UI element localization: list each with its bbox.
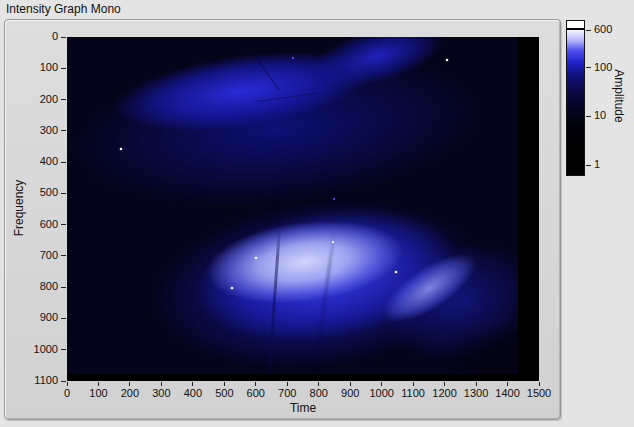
x-tick-mark bbox=[413, 382, 414, 386]
y-tick-label: 100 bbox=[8, 61, 58, 73]
x-tick-mark bbox=[539, 382, 540, 386]
graph-title: Intensity Graph Mono bbox=[6, 2, 121, 16]
x-tick-label: 900 bbox=[341, 387, 359, 399]
y-tick-label: 200 bbox=[8, 93, 58, 105]
x-tick-mark bbox=[67, 382, 68, 386]
x-tick-mark bbox=[255, 382, 256, 386]
color-ramp-over-range bbox=[567, 21, 584, 28]
y-tick-mark bbox=[61, 37, 66, 38]
y-tick-mark bbox=[61, 349, 66, 350]
bright-pixel bbox=[255, 257, 257, 259]
x-tick-mark bbox=[318, 382, 319, 386]
color-ramp[interactable] bbox=[566, 20, 585, 176]
y-tick-label: 1100 bbox=[8, 374, 58, 386]
colorbar-tick-mark bbox=[586, 30, 591, 31]
y-tick-mark bbox=[61, 287, 66, 288]
y-tick-label: 900 bbox=[8, 311, 58, 323]
bright-pixel bbox=[231, 287, 233, 289]
x-tick-label: 500 bbox=[215, 387, 233, 399]
x-axis[interactable]: 0100200300400500600700800900100011001200… bbox=[67, 381, 539, 401]
x-tick-mark bbox=[476, 382, 477, 386]
intensity-graph-window: Intensity Graph Mono 0100200300400500600… bbox=[0, 0, 634, 427]
colorbar-tick-mark bbox=[586, 165, 591, 166]
x-tick-label: 600 bbox=[247, 387, 265, 399]
y-tick-mark bbox=[61, 318, 66, 319]
bright-pixel bbox=[120, 148, 122, 150]
color-ramp-axis[interactable]: 600100101 bbox=[586, 0, 634, 200]
x-tick-label: 1200 bbox=[432, 387, 456, 399]
x-tick-mark bbox=[444, 382, 445, 386]
y-tick-mark bbox=[61, 193, 66, 194]
y-axis[interactable]: 010020030040050060070080090010001100 bbox=[0, 37, 67, 381]
color-ramp-gradient bbox=[567, 30, 584, 175]
x-axis-label: Time bbox=[67, 401, 539, 415]
colorbar-tick-label: 1 bbox=[594, 158, 600, 170]
x-tick-mark bbox=[161, 382, 162, 386]
x-tick-mark bbox=[98, 382, 99, 386]
colorbar-tick-label: 600 bbox=[594, 23, 612, 35]
x-tick-mark bbox=[350, 382, 351, 386]
bright-pixel bbox=[292, 57, 294, 59]
x-tick-mark bbox=[287, 382, 288, 386]
x-tick-label: 800 bbox=[310, 387, 328, 399]
y-tick-mark bbox=[61, 162, 66, 163]
y-tick-mark bbox=[61, 224, 66, 225]
y-tick-mark bbox=[61, 99, 66, 100]
x-tick-label: 100 bbox=[89, 387, 107, 399]
x-tick-label: 700 bbox=[278, 387, 296, 399]
y-tick-label: 800 bbox=[8, 280, 58, 292]
x-tick-label: 400 bbox=[184, 387, 202, 399]
x-tick-label: 1400 bbox=[495, 387, 519, 399]
colorbar-tick-label: 100 bbox=[594, 61, 612, 73]
x-tick-label: 200 bbox=[121, 387, 139, 399]
y-tick-label: 1000 bbox=[8, 343, 58, 355]
x-tick-label: 1100 bbox=[401, 387, 425, 399]
y-tick-mark bbox=[61, 381, 66, 382]
y-tick-label: 400 bbox=[8, 155, 58, 167]
x-tick-label: 0 bbox=[64, 387, 70, 399]
x-tick-mark bbox=[381, 382, 382, 386]
x-tick-label: 300 bbox=[152, 387, 170, 399]
bright-pixel bbox=[446, 59, 448, 61]
y-tick-label: 0 bbox=[8, 30, 58, 42]
intensity-plot[interactable] bbox=[67, 37, 539, 381]
y-axis-label: Frequency bbox=[12, 180, 26, 237]
x-tick-mark bbox=[507, 382, 508, 386]
bright-pixel bbox=[333, 198, 335, 200]
x-tick-label: 1500 bbox=[527, 387, 551, 399]
x-tick-label: 1300 bbox=[464, 387, 488, 399]
bright-pixel bbox=[395, 271, 397, 273]
y-tick-mark bbox=[61, 68, 66, 69]
x-tick-mark bbox=[224, 382, 225, 386]
x-tick-mark bbox=[192, 382, 193, 386]
x-tick-mark bbox=[129, 382, 130, 386]
bright-pixel-layer bbox=[67, 37, 539, 381]
y-tick-mark bbox=[61, 130, 66, 131]
y-tick-label: 700 bbox=[8, 249, 58, 261]
y-tick-label: 300 bbox=[8, 124, 58, 136]
colorbar-tick-label: 10 bbox=[594, 109, 606, 121]
colorbar-tick-mark bbox=[586, 67, 591, 68]
y-tick-mark bbox=[61, 255, 66, 256]
bright-pixel bbox=[332, 241, 334, 243]
colorbar-tick-mark bbox=[586, 116, 591, 117]
x-tick-label: 1000 bbox=[369, 387, 393, 399]
colorbar-label: Amplitude bbox=[612, 69, 626, 122]
